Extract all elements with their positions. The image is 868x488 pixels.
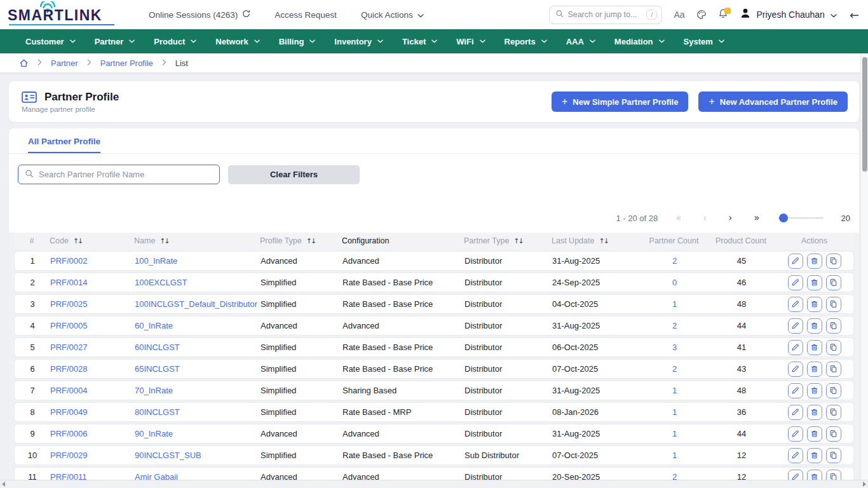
- code-link-value[interactable]: PRF/0014: [50, 278, 88, 287]
- horizontal-scrollbar[interactable]: [0, 480, 868, 488]
- new-simple-partner-profile-button[interactable]: + New Simple Partner Profile: [552, 92, 689, 112]
- font-size-toggle[interactable]: Aa: [674, 10, 684, 20]
- code-link-value[interactable]: PRF/0027: [50, 342, 88, 352]
- nav-item-system[interactable]: System: [684, 37, 724, 46]
- edit-button[interactable]: [788, 275, 803, 290]
- refresh-icon[interactable]: [242, 10, 250, 20]
- edit-button[interactable]: [788, 383, 803, 398]
- code-link-value[interactable]: PRF/0049: [50, 407, 88, 417]
- name-link-value[interactable]: 60_InRate: [135, 321, 173, 330]
- edit-button[interactable]: [788, 254, 803, 269]
- online-sessions[interactable]: Online Sessions (4263): [149, 10, 250, 20]
- edit-button[interactable]: [788, 405, 803, 420]
- name-link-value[interactable]: 80INCLGST: [135, 407, 180, 417]
- name-link-value[interactable]: 100INCLGST_Default_Distributor: [135, 299, 257, 309]
- access-request-link[interactable]: Access Request: [275, 10, 337, 20]
- notifications-button[interactable]: [718, 8, 728, 22]
- quick-actions-menu[interactable]: Quick Actions: [361, 10, 424, 20]
- partner-count-link-value[interactable]: 0: [672, 278, 677, 287]
- next-page-button[interactable]: ›: [728, 214, 732, 223]
- user-menu[interactable]: Priyesh Chauhan: [740, 8, 837, 22]
- edit-button[interactable]: [788, 448, 803, 463]
- nav-item-product[interactable]: Product: [154, 37, 196, 46]
- tab-all-partner-profile[interactable]: All Partner Profile: [28, 137, 100, 153]
- delete-button[interactable]: [807, 362, 822, 377]
- delete-button[interactable]: [807, 448, 822, 463]
- new-advanced-partner-profile-button[interactable]: + New Advanced Partner Profile: [698, 92, 848, 112]
- nav-item-partner[interactable]: Partner: [95, 37, 135, 46]
- delete-button[interactable]: [807, 275, 822, 290]
- sort-icon[interactable]: ↑↓: [73, 237, 82, 245]
- profile-search-input[interactable]: [39, 170, 213, 179]
- partner-count-link-value[interactable]: 1: [672, 451, 677, 460]
- partner-count-link-value[interactable]: 2: [672, 364, 677, 374]
- nav-item-network[interactable]: Network: [215, 37, 259, 46]
- copy-button[interactable]: [826, 362, 841, 377]
- delete-button[interactable]: [807, 297, 822, 312]
- copy-button[interactable]: [826, 426, 841, 442]
- edit-button[interactable]: [788, 318, 803, 334]
- copy-button[interactable]: [826, 405, 841, 420]
- sort-icon[interactable]: ↑↓: [159, 237, 168, 245]
- nav-item-ticket[interactable]: Ticket: [402, 37, 437, 46]
- edit-button[interactable]: [788, 297, 803, 312]
- code-link-value[interactable]: PRF/0025: [50, 299, 88, 309]
- copy-button[interactable]: [826, 318, 841, 334]
- partner-count-link-value[interactable]: 1: [672, 407, 677, 417]
- copy-button[interactable]: [826, 383, 841, 398]
- edit-button[interactable]: [788, 362, 803, 377]
- clear-filters-button[interactable]: Clear Filters: [228, 165, 360, 184]
- partner-count-link-value[interactable]: 3: [672, 342, 677, 352]
- partner-count-link-value[interactable]: 2: [672, 321, 677, 330]
- vertical-scrollbar-thumb[interactable]: [862, 57, 867, 172]
- delete-button[interactable]: [807, 254, 822, 269]
- code-link-value[interactable]: PRF/0028: [50, 364, 88, 374]
- delete-button[interactable]: [807, 318, 822, 334]
- delete-button[interactable]: [807, 426, 822, 442]
- palette-icon[interactable]: [696, 10, 707, 20]
- slider-handle[interactable]: [779, 214, 788, 222]
- home-icon[interactable]: [19, 58, 29, 68]
- breadcrumb-partner-profile[interactable]: Partner Profile: [100, 58, 153, 68]
- partner-count-link-value[interactable]: 1: [672, 386, 677, 395]
- code-link-value[interactable]: PRF/0002: [50, 256, 88, 266]
- nav-item-mediation[interactable]: Mediation: [614, 37, 665, 46]
- nav-item-wifi[interactable]: WiFi: [456, 37, 485, 46]
- partner-count-link-value[interactable]: 1: [672, 429, 677, 438]
- delete-button[interactable]: [807, 340, 822, 355]
- code-link-value[interactable]: PRF/0004: [50, 386, 88, 395]
- delete-button[interactable]: [807, 405, 822, 420]
- name-link-value[interactable]: 100EXCLGST: [135, 278, 187, 287]
- code-link-value[interactable]: PRF/0005: [50, 321, 88, 330]
- code-link-value[interactable]: PRF/0006: [50, 429, 88, 438]
- name-link-value[interactable]: 70_InRate: [135, 386, 173, 395]
- name-link-value[interactable]: 90INCLGST_SUB: [135, 451, 201, 460]
- code-link-value[interactable]: PRF/0029: [50, 451, 88, 460]
- name-link-value[interactable]: 65INCLGST: [135, 364, 180, 374]
- nav-item-customer[interactable]: Customer: [25, 37, 76, 46]
- sort-icon[interactable]: ↑↓: [599, 237, 607, 245]
- name-link-value[interactable]: 60INCLGST: [135, 342, 180, 352]
- partner-count-link-value[interactable]: 1: [672, 299, 677, 309]
- page-size-slider[interactable]: [778, 214, 824, 222]
- nav-item-aaa[interactable]: AAA: [566, 37, 595, 46]
- last-page-button[interactable]: »: [754, 214, 759, 223]
- scroll-right-arrow[interactable]: [863, 482, 866, 487]
- nav-item-billing[interactable]: Billing: [279, 37, 316, 46]
- partner-count-link-value[interactable]: 2: [672, 256, 677, 266]
- sort-icon[interactable]: ↑↓: [306, 237, 315, 245]
- smartlink-logo[interactable]: SMARTLINK: [8, 0, 116, 29]
- breadcrumb-partner[interactable]: Partner: [51, 58, 78, 68]
- copy-button[interactable]: [826, 275, 841, 290]
- nav-item-inventory[interactable]: Inventory: [334, 37, 383, 46]
- copy-button[interactable]: [826, 297, 841, 312]
- global-search-input[interactable]: [567, 10, 642, 19]
- back-arrow-button[interactable]: ←: [850, 8, 859, 22]
- scroll-left-arrow[interactable]: [2, 482, 5, 487]
- edit-button[interactable]: [788, 426, 803, 442]
- edit-button[interactable]: [788, 340, 803, 355]
- copy-button[interactable]: [826, 254, 841, 269]
- name-link-value[interactable]: 100_InRate: [135, 256, 177, 266]
- sort-icon[interactable]: ↑↓: [513, 237, 522, 245]
- nav-item-reports[interactable]: Reports: [505, 37, 547, 46]
